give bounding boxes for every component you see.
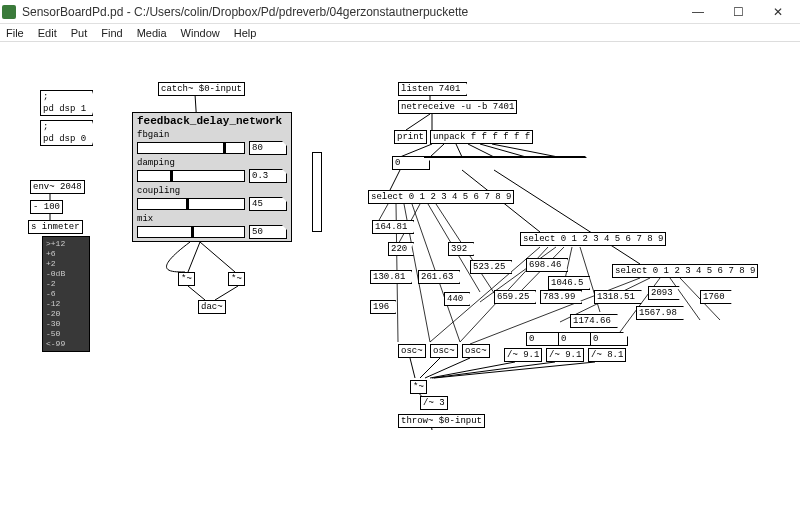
menu-find[interactable]: Find: [101, 27, 122, 39]
label-coupling: coupling: [133, 185, 291, 197]
obj-div-1[interactable]: /~ 9.1: [504, 348, 542, 362]
obj-mult-l[interactable]: *~: [178, 272, 195, 286]
slider-coupling[interactable]: [137, 198, 245, 210]
num-mix[interactable]: 50: [249, 225, 287, 239]
msg-listen[interactable]: listen 7401: [398, 82, 467, 96]
msg-a1[interactable]: 220: [388, 242, 414, 256]
vu-meter: >+12+6+2 -0dB-2-6 -12-20-30 -50<-99: [42, 236, 90, 352]
obj-select-b[interactable]: select 0 1 2 3 4 5 6 7 8 9: [520, 232, 666, 246]
msg-d3[interactable]: 1760: [700, 290, 732, 304]
gop-fdn[interactable]: feedback_delay_network fbgain 80 damping…: [132, 112, 292, 242]
slider-fbgain[interactable]: [137, 142, 245, 154]
gop-title: feedback_delay_network: [133, 113, 291, 129]
msg-c1[interactable]: 1046.5: [548, 276, 590, 290]
obj-catch[interactable]: catch~ $0-input: [158, 82, 245, 96]
num-mid3[interactable]: 0: [590, 332, 628, 346]
msg-d2[interactable]: 1174.66: [570, 314, 618, 328]
msg-a2[interactable]: 130.81: [370, 270, 412, 284]
obj-select-a[interactable]: select 0 1 2 3 4 5 6 7 8 9: [368, 190, 514, 204]
obj-osc-1[interactable]: osc~: [398, 344, 426, 358]
msg-b0[interactable]: 392: [448, 242, 474, 256]
menubar: File Edit Put Find Media Window Help: [0, 24, 800, 42]
obj-minus100[interactable]: - 100: [30, 200, 63, 214]
msg-c0[interactable]: 698.46: [526, 258, 568, 272]
msg-d4[interactable]: 1567.98: [636, 306, 684, 320]
window-title: SensorBoardPd.pd - C:/Users/colin/Dropbo…: [22, 5, 678, 19]
obj-dac[interactable]: dac~: [198, 300, 226, 314]
label-mix: mix: [133, 213, 291, 225]
label-fbgain: fbgain: [133, 129, 291, 141]
obj-env[interactable]: env~ 2048: [30, 180, 85, 194]
obj-osc-3[interactable]: osc~: [462, 344, 490, 358]
app-icon: [2, 5, 16, 19]
menu-file[interactable]: File: [6, 27, 24, 39]
obj-send-inmeter[interactable]: s inmeter: [28, 220, 83, 234]
menu-window[interactable]: Window: [181, 27, 220, 39]
maximize-button[interactable]: ☐: [718, 1, 758, 23]
msg-a3[interactable]: 196: [370, 300, 396, 314]
label-damping: damping: [133, 157, 291, 169]
msg-dsp-1[interactable]: ; pd dsp 1: [40, 90, 93, 116]
window-buttons: — ☐ ✕: [678, 1, 798, 23]
num-u0[interactable]: 0: [392, 156, 430, 170]
msg-b1[interactable]: 523.25: [470, 260, 512, 274]
msg-b3[interactable]: 440: [444, 292, 470, 306]
msg-c2[interactable]: 659.25: [494, 290, 536, 304]
msg-b2[interactable]: 261.63: [418, 270, 460, 284]
slider-mix[interactable]: [137, 226, 245, 238]
msg-a0[interactable]: 164.81: [372, 220, 414, 234]
obj-throw[interactable]: throw~ $0-input: [398, 414, 485, 428]
patch-canvas[interactable]: ; pd dsp 1 ; pd dsp 0 env~ 2048 - 100 s …: [0, 42, 800, 509]
obj-mult-sum[interactable]: *~: [410, 380, 427, 394]
obj-netreceive[interactable]: netreceive -u -b 7401: [398, 100, 517, 114]
menu-put[interactable]: Put: [71, 27, 88, 39]
menu-edit[interactable]: Edit: [38, 27, 57, 39]
menu-help[interactable]: Help: [234, 27, 257, 39]
msg-c3[interactable]: 783.99: [540, 290, 582, 304]
close-button[interactable]: ✕: [758, 1, 798, 23]
vslider-aux[interactable]: [312, 152, 322, 232]
obj-mult-r[interactable]: *~: [228, 272, 245, 286]
menu-media[interactable]: Media: [137, 27, 167, 39]
slider-damping[interactable]: [137, 170, 245, 182]
num-u5[interactable]: [552, 156, 590, 158]
obj-unpack[interactable]: unpack f f f f f f: [430, 130, 533, 144]
num-damping[interactable]: 0.3: [249, 169, 287, 183]
obj-div3[interactable]: /~ 3: [420, 396, 448, 410]
obj-div-2[interactable]: /~ 9.1: [546, 348, 584, 362]
obj-div-3[interactable]: /~ 8.1: [588, 348, 626, 362]
msg-d1[interactable]: 1318.51: [594, 290, 642, 304]
obj-print[interactable]: print: [394, 130, 427, 144]
obj-osc-2[interactable]: osc~: [430, 344, 458, 358]
num-fbgain[interactable]: 80: [249, 141, 287, 155]
titlebar: SensorBoardPd.pd - C:/Users/colin/Dropbo…: [0, 0, 800, 24]
num-coupling[interactable]: 45: [249, 197, 287, 211]
msg-d0[interactable]: 2093: [648, 286, 680, 300]
minimize-button[interactable]: —: [678, 1, 718, 23]
msg-dsp-0[interactable]: ; pd dsp 0: [40, 120, 93, 146]
obj-select-c[interactable]: select 0 1 2 3 4 5 6 7 8 9: [612, 264, 758, 278]
